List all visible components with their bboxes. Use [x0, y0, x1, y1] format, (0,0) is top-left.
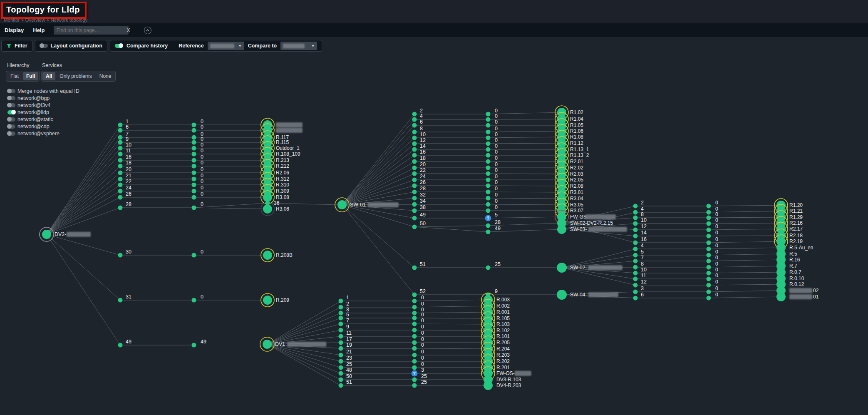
node-R3.06[interactable]: [263, 204, 272, 214]
value-number: 0: [421, 312, 424, 318]
port-number: 24: [126, 185, 131, 191]
port-dot: [339, 322, 343, 326]
value-dot: [707, 221, 711, 226]
port-number: 52: [420, 288, 426, 294]
value-dot: [707, 210, 711, 215]
port-number: 4: [641, 206, 644, 212]
node-label: R.0.12: [789, 281, 804, 287]
topology-edge: [342, 125, 414, 205]
port-number: 20: [126, 166, 131, 172]
topology-edge: [47, 234, 120, 345]
port-number: 50: [346, 373, 352, 379]
port-dot: [412, 209, 417, 213]
node-label: R.108_109: [276, 151, 300, 157]
node-label: R1.06: [570, 128, 583, 134]
port-number: 8: [420, 126, 423, 132]
device-node-SW01[interactable]: [337, 200, 347, 209]
value-dot: [707, 277, 711, 281]
node-01[interactable]: [776, 292, 786, 301]
port-dot: [633, 228, 638, 232]
node-SW-02-[interactable]: [557, 263, 567, 273]
topology-edge: [488, 174, 562, 174]
topology-edge: [267, 301, 341, 344]
port-number: 10: [641, 217, 647, 223]
port-dot: [339, 353, 343, 358]
node-label: SW-02-: [570, 265, 587, 271]
port-number: 9: [126, 136, 129, 142]
value-number: 0: [715, 286, 718, 291]
value-dot: [486, 166, 491, 170]
value-number: 0: [715, 211, 718, 217]
node-label: R2.01: [570, 159, 583, 164]
node-label: R.5-Au_en: [789, 245, 813, 251]
value-number: 0: [201, 136, 203, 142]
value-number: 25: [495, 261, 501, 267]
node-R.209[interactable]: [263, 296, 272, 305]
port-number: 18: [126, 160, 131, 166]
value-dot: [192, 135, 196, 140]
value-number: 0: [495, 186, 498, 191]
port-number: 49: [126, 339, 131, 345]
node-label: DV4-R.203: [496, 383, 521, 388]
topology-edge: [488, 119, 562, 119]
port-number: 12: [641, 224, 647, 229]
value-number: 0: [715, 273, 718, 278]
value-number: 28: [495, 219, 501, 225]
question-glyph: ?: [487, 216, 489, 221]
value-dot: [486, 117, 491, 122]
value-number: 0: [201, 124, 203, 130]
port-number: 8: [641, 261, 644, 267]
node-R.208B[interactable]: [263, 251, 272, 260]
topology-edge: [709, 284, 781, 285]
port-number: 22: [126, 179, 131, 184]
port-dot: [118, 123, 123, 127]
node-36[interactable]: [265, 201, 270, 206]
node-label: R.0.7: [789, 269, 801, 275]
port-dot: [633, 290, 638, 294]
topology-edge: [709, 260, 781, 261]
topology-edge: [47, 154, 120, 234]
port-number: 11: [126, 148, 131, 154]
node-label: R.102: [496, 328, 510, 333]
port-number: 5: [641, 249, 644, 255]
port-dot: [339, 383, 343, 388]
node-DV4-R.203[interactable]: [484, 381, 493, 390]
port-number: 25: [346, 361, 352, 367]
port-number: 26: [420, 179, 426, 185]
node-label: SW-04-: [570, 292, 587, 298]
node-SW-03-[interactable]: [557, 225, 566, 234]
value-number: 0: [495, 126, 498, 132]
port-number: 2: [346, 301, 349, 307]
value-dot: [192, 158, 196, 163]
value-dot: [412, 316, 417, 321]
node-label: R3.08: [276, 194, 289, 200]
device-node-DV1[interactable]: [263, 340, 272, 349]
value-dot: [412, 365, 417, 370]
value-number: 0: [421, 342, 424, 348]
node-label: R2.19: [789, 239, 803, 244]
node-label: R.101: [496, 333, 510, 339]
topology-edge: [709, 272, 781, 273]
topology-edge: [709, 291, 781, 292]
value-dot: [486, 266, 491, 270]
node-R3.08[interactable]: [263, 193, 272, 202]
node-SW-04-[interactable]: [557, 290, 567, 300]
value-number: 0: [715, 249, 718, 255]
node-label: R.201: [496, 365, 510, 370]
node-label: R2.02: [570, 165, 583, 171]
topology-edge: [47, 148, 120, 234]
node-label: R3.07: [570, 208, 583, 214]
port-number: 16: [420, 149, 426, 155]
redacted-text: [588, 227, 627, 232]
value-dot: [486, 230, 491, 234]
topology-edge: [342, 174, 414, 205]
port-dot: [412, 202, 417, 207]
value-dot: [412, 383, 417, 388]
value-number: 25: [421, 379, 427, 385]
value-number: 49: [201, 339, 206, 345]
port-dot: [118, 195, 123, 200]
value-number: 0: [495, 167, 498, 173]
device-node-DV2[interactable]: [42, 230, 51, 239]
port-number: 28: [126, 201, 131, 207]
port-dot: [412, 293, 417, 297]
